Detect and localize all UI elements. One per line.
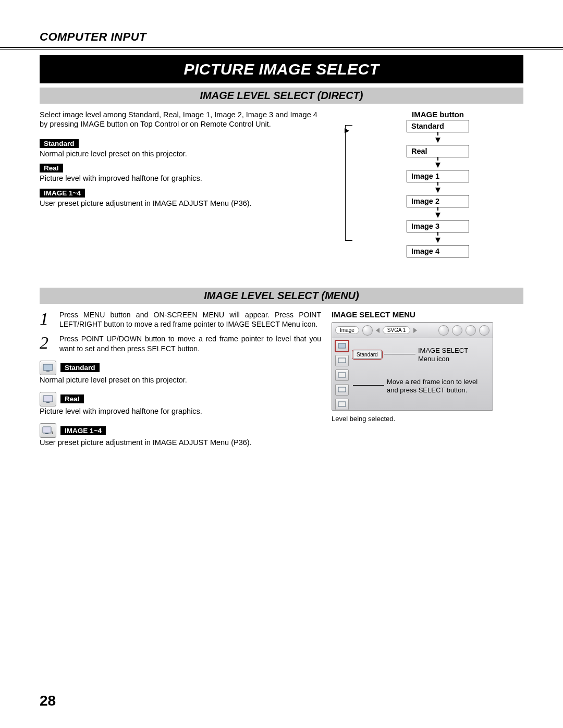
callout-line — [384, 354, 415, 354]
diagram-title: IMAGE button — [352, 110, 523, 119]
step-2-text: Press POINT UP/DOWN button to move a red… — [59, 334, 321, 353]
callout-line — [353, 385, 384, 386]
desc-real-menu: Picture level with improved halftone for… — [40, 406, 321, 416]
diagram-box: Image 4 — [407, 245, 469, 257]
osd-caption: Level being selected. — [332, 415, 523, 423]
osd-level-icon — [335, 369, 349, 381]
svg-rect-2 — [43, 396, 53, 402]
page-title-bar: PICTURE IMAGE SELECT — [40, 55, 523, 83]
down-arrow-icon — [435, 213, 440, 218]
tag-real: Real — [40, 164, 63, 172]
osd-screenshot: Image SVGA 1 — [332, 322, 493, 411]
rule-divider — [0, 47, 563, 50]
desc-standard-menu: Normal picture level preset on this proj… — [40, 375, 321, 385]
osd-selected-label: Standard — [353, 351, 382, 359]
callout-move-text: Move a red frame icon to level and press… — [387, 378, 486, 395]
tag-standard: Standard — [40, 139, 79, 148]
section-direct-heading: IMAGE LEVEL SELECT (DIRECT) — [40, 88, 523, 104]
page-number: 28 — [40, 693, 56, 709]
svg-rect-10 — [338, 387, 346, 392]
diagram-box: Real — [407, 145, 469, 157]
osd-nav-button — [362, 325, 373, 336]
osd-tab-label: Image — [335, 326, 359, 334]
tag-standard-menu: Standard — [60, 363, 100, 372]
down-arrow-icon — [435, 238, 440, 243]
step-number-1: 1 — [40, 310, 53, 329]
osd-round-button — [466, 325, 476, 336]
desc-real: Picture level with improved halftone for… — [40, 174, 321, 183]
osd-mode-label: SVGA 1 — [383, 326, 411, 334]
image-button-diagram: IMAGE button Standard Real Image 1 Image… — [342, 110, 523, 257]
osd-round-button — [438, 325, 449, 336]
osd-level-icon — [335, 384, 349, 396]
loop-arrow-icon — [345, 128, 349, 133]
desc-image14: User preset picture adjustment in IMAGE … — [40, 199, 321, 208]
down-arrow-icon — [435, 188, 440, 193]
left-triangle-icon — [376, 328, 380, 333]
step-1-text: Press MENU button and ON-SCREEN MENU wil… — [59, 310, 321, 329]
direct-intro: Select image level among Standard, Real,… — [40, 110, 321, 129]
down-arrow-icon — [435, 138, 440, 143]
loop-line — [345, 125, 352, 241]
osd-round-button — [452, 325, 462, 336]
section-menu-heading: IMAGE LEVEL SELECT (MENU) — [40, 288, 523, 304]
osd-level-icon — [335, 340, 349, 352]
svg-rect-5 — [45, 433, 48, 434]
svg-rect-4 — [43, 427, 51, 433]
osd-level-icon — [335, 355, 349, 366]
svg-text:1: 1 — [51, 430, 54, 435]
diagram-box: Image 3 — [407, 220, 469, 232]
tag-image14-menu: IMAGE 1~4 — [60, 426, 106, 435]
tag-real-menu: Real — [60, 394, 84, 403]
real-icon — [40, 392, 56, 406]
right-triangle-icon — [413, 328, 417, 333]
diagram-box: Image 1 — [407, 170, 469, 182]
image14-icon: 1 — [40, 423, 56, 438]
chapter-heading: COMPUTER INPUT — [40, 30, 523, 47]
diagram-box: Image 2 — [407, 195, 469, 207]
svg-rect-11 — [338, 402, 346, 406]
svg-rect-7 — [338, 343, 346, 348]
svg-rect-1 — [46, 371, 50, 372]
osd-title: IMAGE SELECT MENU — [332, 310, 523, 319]
step-number-2: 2 — [40, 334, 53, 353]
down-arrow-icon — [435, 163, 440, 168]
callout-icon-text: IMAGE SELECT Menu icon — [418, 347, 481, 364]
standard-icon — [40, 361, 56, 375]
svg-rect-3 — [46, 402, 50, 403]
tag-image14: IMAGE 1~4 — [40, 189, 85, 198]
osd-level-icon — [335, 399, 349, 410]
svg-rect-9 — [338, 373, 346, 377]
osd-round-button — [479, 325, 489, 336]
desc-standard: Normal picture level preset on this proj… — [40, 149, 321, 158]
diagram-box: Standard — [407, 120, 469, 132]
osd-side-icons — [335, 340, 351, 410]
osd-topbar: Image SVGA 1 — [332, 323, 493, 338]
desc-image14-menu: User preset picture adjustment in IMAGE … — [40, 438, 321, 447]
svg-rect-8 — [338, 358, 346, 363]
svg-rect-0 — [43, 364, 53, 371]
